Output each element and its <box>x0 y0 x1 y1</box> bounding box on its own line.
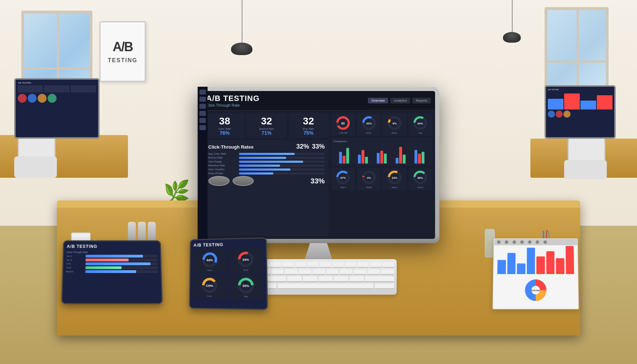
tablet-donut-svg-2: 34% <box>237 250 255 268</box>
stat-percent-3: 75% <box>291 130 326 136</box>
stat-number-3: 32 <box>291 116 326 127</box>
tablet-left[interactable]: A/B TESTING Click-Through Rate Var. A Va… <box>61 240 163 304</box>
mini-bar-track-2 <box>85 258 157 261</box>
key[interactable] <box>368 269 380 275</box>
donut-bottom-label-3: Seg C <box>392 186 398 188</box>
btn-grey-1[interactable] <box>208 176 230 186</box>
key[interactable] <box>282 262 294 268</box>
key[interactable] <box>370 262 381 268</box>
notebook-content: TESTING <box>493 239 578 306</box>
svg-text:34%: 34% <box>417 122 423 125</box>
monitor-bg-left-screen: A/B TESTING <box>16 80 98 137</box>
bar-fill-1 <box>239 153 295 155</box>
spiral-dot-5 <box>528 240 531 244</box>
sidebar-icon-6[interactable] <box>202 125 206 130</box>
nb-bar-4 <box>526 248 535 274</box>
tablet-donut-1: 64% Var A <box>193 249 226 273</box>
bar-item-4: Retention Rate <box>208 164 325 167</box>
key[interactable] <box>334 276 348 282</box>
nb-bar-1 <box>497 260 506 274</box>
key[interactable] <box>303 276 317 282</box>
bar-5a <box>414 150 417 164</box>
mini-bar-track-1 <box>86 255 157 258</box>
mini-bar-label-5: Bounce <box>66 271 84 273</box>
key[interactable] <box>320 262 331 268</box>
key[interactable] <box>340 269 353 275</box>
screen-body: 38 Conv. Rate 76% 32 Bounce Rate 71% <box>202 111 435 239</box>
bar-1a <box>339 152 342 164</box>
svg-text:34%: 34% <box>242 258 249 261</box>
pendant-light-right <box>512 0 513 32</box>
key[interactable] <box>345 262 356 268</box>
tablet-right[interactable]: A/B TESTING 64% Var A 34% <box>189 237 268 310</box>
donut-svg-4: 34% <box>412 115 428 131</box>
key[interactable] <box>287 276 302 282</box>
mini-bar-row-5: Bounce <box>66 270 158 273</box>
bar-5b <box>418 154 421 164</box>
svg-text:38%: 38% <box>417 176 423 180</box>
sidebar-icon-2[interactable] <box>202 97 206 102</box>
mini-bar-track-3 <box>85 262 157 265</box>
tablet-left-screen: A/B TESTING Click-Through Rate Var. A Va… <box>62 241 161 303</box>
sidebar-icon-1[interactable] <box>202 91 206 95</box>
svg-text:55%: 55% <box>242 284 249 288</box>
keyboard[interactable] <box>255 259 397 295</box>
mini-bar-fill-4 <box>85 266 122 269</box>
stat-card-1: 38 Conv. Rate 76% <box>205 113 245 138</box>
bar-label-5: Sess. Duration <box>208 168 237 171</box>
key-shift-right[interactable] <box>365 276 394 282</box>
spiral-dot-1 <box>497 240 500 244</box>
key[interactable] <box>307 262 319 268</box>
bar-track-4 <box>239 165 325 167</box>
sidebar-icon-3[interactable] <box>202 104 206 109</box>
key[interactable] <box>270 262 281 268</box>
nb-bar-3 <box>517 263 525 274</box>
key-spacebar[interactable] <box>278 283 374 289</box>
donut-bottom-1: 37% Seg A <box>331 168 355 190</box>
nb-bar-8 <box>566 246 574 274</box>
tab-analytics[interactable]: Analytics <box>390 98 410 103</box>
donut-bottom-3: 33% Seg C <box>382 168 406 190</box>
key[interactable] <box>318 276 333 282</box>
key[interactable] <box>382 262 394 268</box>
svg-text:32%: 32% <box>366 122 372 125</box>
donut-bottom-4: 38% Seg D <box>408 168 432 190</box>
key[interactable] <box>349 276 364 282</box>
bar-item-5: Sess. Duration <box>208 168 325 171</box>
bar-chart-section: Comparison <box>331 138 432 166</box>
key[interactable] <box>332 262 344 268</box>
donut-bottom-label-4: Seg D <box>417 186 423 188</box>
bar-fill-3 <box>239 161 303 163</box>
sidebar-icon-5[interactable] <box>202 118 206 123</box>
donut-bottom-svg-4: 38% <box>412 170 428 185</box>
tablet-donut-label-3: Conv. <box>207 295 212 297</box>
key[interactable] <box>354 269 366 275</box>
key[interactable] <box>295 262 306 268</box>
stat-card-2: 32 Bounce Rate 71% <box>247 113 287 138</box>
key[interactable] <box>326 269 339 275</box>
key[interactable] <box>381 269 394 275</box>
key[interactable] <box>312 269 325 275</box>
donut-bottom-2: 3% Seg B <box>357 168 381 190</box>
poster-testing-text: TESTING <box>108 57 137 64</box>
key[interactable] <box>271 269 284 275</box>
mini-bar-track-5 <box>85 270 158 273</box>
donut-grid-bottom: 37% Seg A 3% <box>331 168 432 190</box>
tablet-donut-svg-4: 55% <box>237 277 255 295</box>
key[interactable] <box>299 269 311 275</box>
mini-bar-fill-2 <box>85 258 129 261</box>
tab-reports[interactable]: Reports <box>412 98 431 103</box>
svg-text:9%: 9% <box>392 122 397 125</box>
tablet-right-title: A/B TESTING <box>193 241 263 248</box>
mini-bar-label-4: Conv. <box>66 267 84 269</box>
btn-grey-2[interactable] <box>232 176 254 186</box>
monitor-frame: A/B TESTING Click-Through Rate Overview … <box>198 87 439 243</box>
pie-container: TESTING <box>497 278 574 303</box>
sidebar-icon-4[interactable] <box>202 111 206 116</box>
key[interactable] <box>285 269 298 275</box>
key[interactable] <box>358 262 369 268</box>
stat-number-2: 32 <box>250 116 284 127</box>
key-cmd[interactable] <box>375 283 394 289</box>
tab-overview[interactable]: Overview <box>368 98 389 103</box>
bar-2c <box>365 157 368 164</box>
